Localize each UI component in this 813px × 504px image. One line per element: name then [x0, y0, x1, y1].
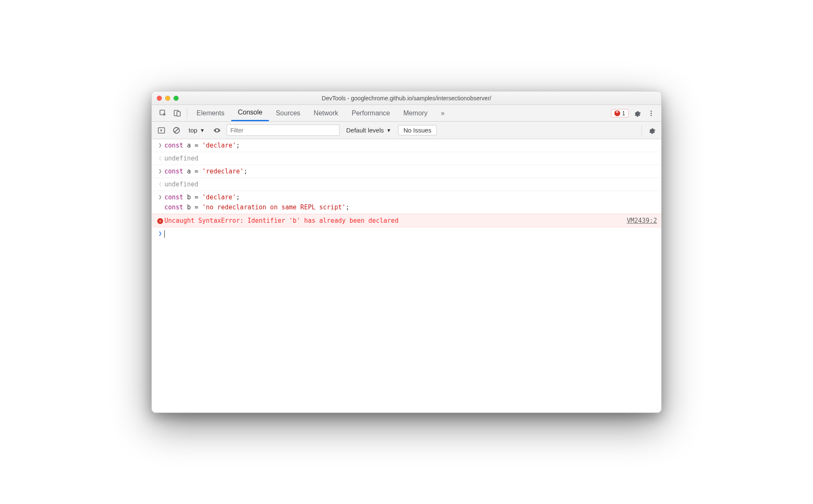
- devtools-window: DevTools - googlechrome.github.io/sample…: [151, 91, 662, 413]
- console-settings-button[interactable]: [646, 125, 657, 136]
- console-error-row: ✕Uncaught SyntaxError: Identifier 'b' ha…: [152, 214, 661, 227]
- console-input-row: ❯const a = 'redeclare';: [152, 165, 661, 178]
- error-count-badge[interactable]: 1: [611, 109, 629, 117]
- result-chevron-icon: ❮: [156, 179, 164, 188]
- tab-label: Elements: [197, 109, 225, 117]
- tab-label: Console: [238, 109, 263, 116]
- inspect-element-icon[interactable]: [156, 105, 170, 121]
- console-output[interactable]: ❯const a = 'declare';❮undefined❯const a …: [152, 139, 661, 412]
- tab-sources[interactable]: Sources: [269, 105, 307, 121]
- maximize-button[interactable]: [174, 96, 179, 101]
- error-icon: ✕: [156, 216, 164, 225]
- traffic-lights: [157, 96, 179, 101]
- live-expression-button[interactable]: [212, 125, 222, 136]
- result-chevron-icon: ❮: [156, 153, 164, 163]
- device-toolbar-icon[interactable]: [170, 105, 184, 121]
- more-tabs-glyph: »: [441, 109, 445, 117]
- issues-label: No Issues: [404, 127, 432, 134]
- console-prompt-input[interactable]: [164, 229, 657, 239]
- panel-tabs: ElementsConsoleSourcesNetworkPerformance…: [152, 105, 661, 122]
- console-result-value: undefined: [164, 153, 657, 163]
- console-input-code: const a = 'redeclare';: [164, 166, 657, 176]
- svg-point-4: [650, 112, 652, 114]
- separator: [642, 125, 642, 135]
- console-input-row: ❯const b = 'declare'; const b = 'no rede…: [152, 191, 661, 214]
- clear-icon: [173, 127, 180, 134]
- tab-label: Memory: [403, 109, 427, 117]
- gear-icon: [633, 109, 641, 117]
- error-icon: [614, 110, 620, 116]
- tab-memory[interactable]: Memory: [396, 105, 434, 121]
- console-toolbar: top ▼ Default levels ▼ No Issues: [152, 122, 661, 139]
- clear-console-button[interactable]: [171, 125, 182, 136]
- svg-point-5: [650, 115, 652, 116]
- svg-line-8: [174, 128, 179, 132]
- tab-label: Performance: [352, 109, 390, 117]
- svg-point-3: [650, 110, 652, 112]
- tab-elements[interactable]: Elements: [190, 105, 231, 121]
- issues-button[interactable]: No Issues: [398, 125, 437, 135]
- error-source-link[interactable]: VM2439:2: [623, 216, 657, 226]
- console-input-row: ❯const a = 'declare';: [152, 139, 661, 152]
- sidebar-icon: [158, 127, 165, 134]
- minimize-button[interactable]: [165, 96, 170, 101]
- console-input-code: const b = 'declare'; const b = 'no redec…: [164, 192, 657, 212]
- titlebar: DevTools - googlechrome.github.io/sample…: [152, 92, 661, 105]
- kebab-icon: [648, 110, 654, 117]
- filter-input[interactable]: [227, 125, 340, 136]
- svg-rect-2: [177, 112, 180, 116]
- input-chevron-icon: ❯: [156, 192, 164, 201]
- console-result-row: ❮undefined: [152, 178, 661, 191]
- chevron-down-icon: ▼: [386, 127, 391, 133]
- execution-context-selector[interactable]: top ▼: [186, 127, 207, 134]
- input-chevron-icon: ❯: [156, 140, 164, 150]
- context-label: top: [189, 127, 197, 134]
- levels-label: Default levels: [346, 127, 384, 134]
- gear-icon: [647, 126, 656, 135]
- settings-button[interactable]: [629, 105, 645, 121]
- more-tabs-button[interactable]: »: [434, 105, 451, 121]
- tab-network[interactable]: Network: [307, 105, 345, 121]
- tab-label: Network: [314, 109, 338, 117]
- more-menu-button[interactable]: [645, 105, 657, 121]
- console-prompt-row: ❯: [152, 227, 661, 240]
- window-title: DevTools - googlechrome.github.io/sample…: [157, 95, 656, 102]
- toggle-sidebar-button[interactable]: [156, 125, 167, 136]
- input-chevron-icon: ❯: [156, 166, 164, 176]
- log-levels-selector[interactable]: Default levels ▼: [344, 127, 394, 134]
- separator: [187, 108, 187, 118]
- tab-console[interactable]: Console: [231, 105, 269, 121]
- chevron-down-icon: ▼: [200, 127, 205, 133]
- error-count: 1: [622, 110, 625, 117]
- tab-label: Sources: [276, 109, 300, 117]
- prompt-chevron-icon: ❯: [156, 229, 164, 238]
- console-result-value: undefined: [164, 179, 657, 189]
- tab-performance[interactable]: Performance: [345, 105, 397, 121]
- console-result-row: ❮undefined: [152, 152, 661, 165]
- close-button[interactable]: [157, 96, 162, 101]
- eye-icon: [213, 126, 221, 135]
- console-input-code: const a = 'declare';: [164, 140, 657, 150]
- console-error-message: Uncaught SyntaxError: Identifier 'b' has…: [164, 216, 623, 226]
